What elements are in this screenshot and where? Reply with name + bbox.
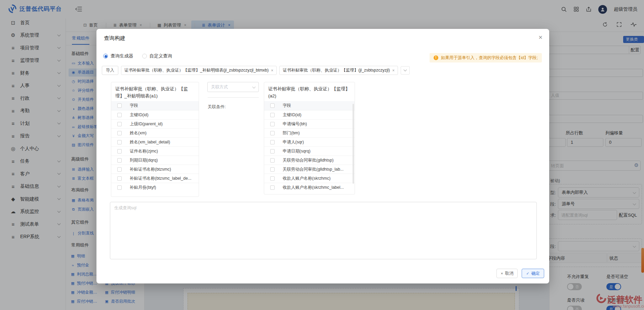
checkbox[interactable]: [270, 131, 275, 135]
checkbox[interactable]: [270, 167, 275, 172]
cancel-button[interactable]: × 取消: [496, 269, 518, 278]
checkbox[interactable]: [117, 140, 122, 144]
checkbox[interactable]: [117, 176, 122, 181]
field-row[interactable]: 证件名称(zjmc): [111, 146, 199, 156]
field-row[interactable]: 补贴证书名称(btzsmc_label_de...: [111, 174, 199, 183]
left-table-title: 证书补贴审批（职称、执业证）【监理】_补贴明细表(a1): [111, 82, 199, 101]
field-row[interactable]: 申请编号(bh): [264, 119, 355, 128]
field-name: 上级ID(parent_id): [130, 121, 163, 127]
checkbox[interactable]: [270, 103, 275, 108]
checkbox[interactable]: [270, 122, 275, 126]
checkbox[interactable]: [117, 131, 122, 135]
checkbox[interactable]: [117, 185, 122, 190]
tag-close-icon[interactable]: ×: [271, 68, 273, 73]
table-tag-label: 证书补贴审批（职称、执业证）【监理】(jl_zsbtspzczyzjl): [283, 68, 390, 73]
radio-dot: [142, 54, 147, 58]
app-root: 泛普低代码平台 超级管理员 ⊡ 首页: [0, 0, 644, 310]
checkbox[interactable]: [117, 103, 122, 108]
field-name: 补贴证书名称(btzsmc): [130, 167, 171, 172]
checkbox[interactable]: [270, 113, 275, 117]
field-row[interactable]: 到期日期(dqrq): [111, 156, 199, 165]
field-row[interactable]: 申请日期(sqrq): [264, 146, 355, 156]
field-name: 收款人账户名称(skrzhmc_label...: [283, 185, 344, 190]
join-method-placeholder: 关联方式: [211, 84, 228, 90]
chevron-down-icon: [404, 68, 407, 72]
field-name: 部门(bm): [283, 130, 300, 136]
field-name: 主键ID(id): [130, 112, 149, 118]
field-row[interactable]: 申请人(sqr): [264, 137, 355, 146]
chevron-down-icon: [252, 85, 256, 88]
field-row[interactable]: 上级ID(parent_id): [111, 119, 199, 128]
tags-dropdown-toggle[interactable]: [401, 66, 410, 75]
query-mode-radios: 查询生成器 自定义查询: [103, 53, 172, 59]
import-button[interactable]: 导入: [102, 66, 118, 75]
sql-placeholder: 生成查询sql: [114, 205, 136, 211]
field-row[interactable]: 部门(bm): [264, 128, 355, 137]
field-row[interactable]: 主键ID(id): [264, 110, 355, 119]
field-name: 姓名(xm_label_detail): [130, 139, 170, 145]
field-name: 字段: [283, 103, 291, 108]
field-name: 主键ID(id): [283, 112, 301, 118]
join-method-select[interactable]: 关联方式: [207, 82, 259, 92]
warning-banner: ! 如果用于源单引入，查询的字段必须包含【id】字段;: [430, 53, 542, 62]
field-row[interactable]: 收款人账户名称(skrzhmc): [264, 174, 355, 183]
checkbox[interactable]: [270, 149, 275, 153]
field-name: 关联劳动合同审批(glldhtsp): [283, 158, 333, 163]
import-row: 导入 证书补贴审批（职称、执业证）【监理】_补贴明细表(jl_zsbtspzcz…: [102, 66, 410, 75]
close-icon[interactable]: ×: [538, 34, 542, 41]
field-name: 字段: [130, 103, 138, 108]
check-icon: ✓: [526, 271, 529, 276]
field-name: 关联劳动合同审批(glldhtsp_lab...: [283, 167, 344, 172]
field-name: 补贴月份(btyf): [130, 185, 156, 190]
checkbox[interactable]: [270, 140, 275, 144]
table-tag[interactable]: 证书补贴审批（职称、执业证）【监理】_补贴明细表(jl_zsbtspzczyzj…: [121, 66, 277, 75]
radio-label: 查询生成器: [111, 53, 133, 59]
checkbox[interactable]: [117, 113, 122, 117]
tag-close-icon[interactable]: ×: [392, 68, 395, 73]
field-row[interactable]: 收款人账户名称(skrzhmc_label...: [264, 183, 355, 192]
checkbox[interactable]: [117, 149, 122, 153]
checkbox[interactable]: [117, 122, 122, 126]
field-name: 证件名称(zjmc): [130, 148, 158, 154]
field-row[interactable]: 姓名(xm_label_detail): [111, 137, 199, 146]
field-row[interactable]: 补贴月份(btyf): [111, 183, 199, 192]
field-name: 补贴证书名称(btzsmc_label_de...: [130, 176, 191, 181]
field-row[interactable]: 关联劳动合同审批(glldhtsp): [264, 156, 355, 165]
right-field-list: 字段 主键ID(id) 申请编号(bh) 部门(bm) 申请人(sqr): [264, 101, 355, 192]
table-tag[interactable]: 证书补贴审批（职称、执业证）【监理】(jl_zsbtspzczyzjl) ×: [279, 66, 398, 75]
query-builder-modal: 查询构建 × 查询生成器 自定义查询 ! 如果用于源单引入，查询的字段必须包含【…: [96, 29, 549, 283]
field-row[interactable]: 姓名(xm): [111, 128, 199, 137]
right-table-panel: 证书补贴审批（职称、执业证）【监理】(a2) 字段 主键ID(id) 申请编号(…: [264, 82, 355, 194]
right-table-title: 证书补贴审批（职称、执业证）【监理】(a2): [264, 82, 355, 101]
field-row[interactable]: 补贴证书名称(btzsmc): [111, 165, 199, 174]
table-tag-label: 证书补贴审批（职称、执业证）【监理】_补贴明细表(jl_zsbtspzczyzj…: [124, 68, 269, 73]
modal-footer: × 取消 ✓ 确定: [496, 269, 544, 278]
checkbox[interactable]: [117, 158, 122, 163]
checkbox[interactable]: [270, 158, 275, 163]
checkbox[interactable]: [117, 167, 122, 172]
radio-dot: [103, 54, 108, 58]
field-row[interactable]: 主键ID(id): [111, 110, 199, 119]
field-name: 到期日期(dqrq): [130, 158, 158, 163]
left-table-panel: 证书补贴审批（职称、执业证）【监理】_补贴明细表(a1) 字段 主键ID(id)…: [111, 82, 199, 197]
field-name: 姓名(xm): [130, 130, 147, 136]
radio-label: 自定义查询: [150, 53, 172, 59]
checkbox[interactable]: [270, 185, 275, 190]
field-row[interactable]: 字段: [264, 101, 355, 110]
list-scrollbar-thumb[interactable]: [353, 104, 354, 184]
radio-custom-query[interactable]: 自定义查询: [142, 53, 172, 59]
join-underline: [208, 97, 259, 98]
checkbox[interactable]: [270, 176, 275, 181]
field-name: 申请编号(bh): [283, 121, 307, 127]
field-row[interactable]: 关联劳动合同审批(glldhtsp_lab...: [264, 165, 355, 174]
field-row[interactable]: 字段: [111, 101, 199, 110]
left-field-list: 字段 主键ID(id) 上级ID(parent_id) 姓名(xm) 姓名(xm…: [111, 101, 199, 192]
field-name: 申请人(sqr): [283, 139, 304, 145]
join-condition-label: 关联条件:: [208, 104, 226, 110]
close-icon: ×: [501, 271, 503, 275]
cancel-label: 取消: [505, 271, 513, 276]
radio-query-builder[interactable]: 查询生成器: [103, 53, 133, 59]
confirm-button[interactable]: ✓ 确定: [522, 269, 544, 278]
confirm-label: 确定: [531, 271, 540, 276]
generated-sql-textarea[interactable]: 生成查询sql: [110, 202, 537, 259]
